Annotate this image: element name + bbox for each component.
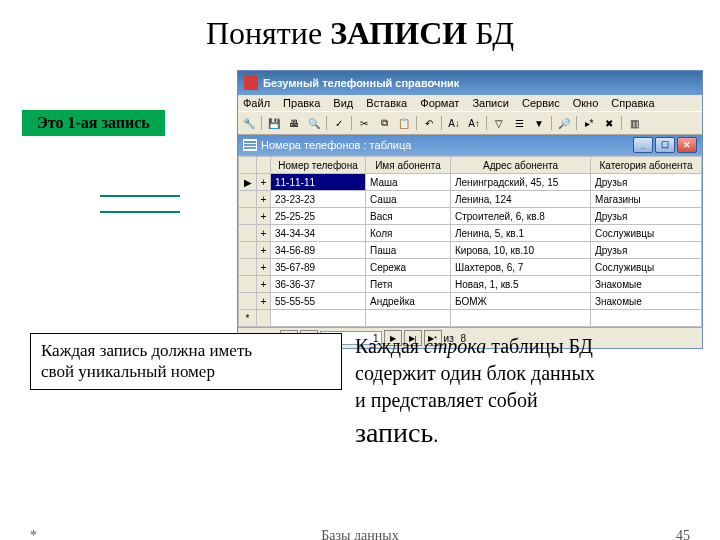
preview-icon[interactable]: 🔍 <box>305 114 323 132</box>
paste-icon[interactable]: 📋 <box>395 114 413 132</box>
close-button[interactable]: ✕ <box>677 137 697 153</box>
cell-name[interactable]: Коля <box>366 225 451 242</box>
menu-records[interactable]: Записи <box>472 97 509 109</box>
cell-address[interactable]: Строителей, 6, кв.8 <box>451 208 591 225</box>
col-category[interactable]: Категория абонента <box>591 157 702 174</box>
menu-tools[interactable]: Сервис <box>522 97 560 109</box>
expand-icon[interactable]: + <box>257 276 271 293</box>
table-row[interactable]: +34-56-89ПашаКирова, 10, кв.10Друзья <box>239 242 702 259</box>
row-marker[interactable] <box>239 242 257 259</box>
expand-icon[interactable]: + <box>257 208 271 225</box>
menu-file[interactable]: Файл <box>243 97 270 109</box>
row-marker[interactable] <box>239 259 257 276</box>
cell-category[interactable]: Друзья <box>591 242 702 259</box>
cell-address[interactable]: Кирова, 10, кв.10 <box>451 242 591 259</box>
cell-phone[interactable]: 34-34-34 <box>271 225 366 242</box>
cell-name[interactable]: Маша <box>366 174 451 191</box>
expand-icon[interactable]: + <box>257 293 271 310</box>
cell-address[interactable]: Ленина, 5, кв.1 <box>451 225 591 242</box>
first-record-label: Это 1-ая запись <box>22 110 165 136</box>
table-row[interactable]: +36-36-37ПетяНовая, 1, кв.5Знакомые <box>239 276 702 293</box>
cell-address[interactable]: Шахтеров, 6, 7 <box>451 259 591 276</box>
menu-view[interactable]: Вид <box>333 97 353 109</box>
sort-asc-icon[interactable]: A↓ <box>445 114 463 132</box>
menu-window[interactable]: Окно <box>573 97 599 109</box>
find-icon[interactable]: 🔎 <box>555 114 573 132</box>
cell-category[interactable]: Друзья <box>591 174 702 191</box>
table-row[interactable]: +23-23-23СашаЛенина, 124Магазины <box>239 191 702 208</box>
undo-icon[interactable]: ↶ <box>420 114 438 132</box>
cell-category[interactable] <box>591 310 702 327</box>
cell-name[interactable]: Саша <box>366 191 451 208</box>
cell-category[interactable]: Друзья <box>591 208 702 225</box>
cell-name[interactable]: Вася <box>366 208 451 225</box>
table-row[interactable]: +25-25-25ВасяСтроителей, 6, кв.8Друзья <box>239 208 702 225</box>
row-marker[interactable]: ▶ <box>239 174 257 191</box>
new-record-icon[interactable]: ▸* <box>580 114 598 132</box>
row-marker[interactable] <box>239 276 257 293</box>
menu-format[interactable]: Формат <box>420 97 459 109</box>
design-view-icon[interactable]: 🔧 <box>240 114 258 132</box>
cell-phone[interactable]: 55-55-55 <box>271 293 366 310</box>
expand-icon[interactable]: + <box>257 191 271 208</box>
expand-icon[interactable] <box>257 310 271 327</box>
cell-phone[interactable] <box>271 310 366 327</box>
cut-icon[interactable]: ✂ <box>355 114 373 132</box>
cell-name[interactable]: Паша <box>366 242 451 259</box>
filter-selection-icon[interactable]: ▽ <box>490 114 508 132</box>
cell-name[interactable]: Андрейка <box>366 293 451 310</box>
cell-category[interactable]: Сослуживцы <box>591 225 702 242</box>
cell-phone[interactable]: 35-67-89 <box>271 259 366 276</box>
table-row[interactable]: * <box>239 310 702 327</box>
cell-address[interactable]: БОМЖ <box>451 293 591 310</box>
spellcheck-icon[interactable]: ✓ <box>330 114 348 132</box>
row-marker[interactable] <box>239 225 257 242</box>
cell-phone[interactable]: 34-56-89 <box>271 242 366 259</box>
copy-icon[interactable]: ⧉ <box>375 114 393 132</box>
cell-address[interactable] <box>451 310 591 327</box>
row-marker[interactable] <box>239 208 257 225</box>
footer-page: 45 <box>676 528 690 540</box>
row-marker[interactable] <box>239 293 257 310</box>
cell-address[interactable]: Ленина, 124 <box>451 191 591 208</box>
expand-icon[interactable]: + <box>257 242 271 259</box>
col-address[interactable]: Адрес абонента <box>451 157 591 174</box>
table-row[interactable]: +34-34-34КоляЛенина, 5, кв.1Сослуживцы <box>239 225 702 242</box>
cell-name[interactable] <box>366 310 451 327</box>
cell-name[interactable]: Петя <box>366 276 451 293</box>
cell-category[interactable]: Знакомые <box>591 276 702 293</box>
maximize-button[interactable]: ☐ <box>655 137 675 153</box>
minimize-button[interactable]: _ <box>633 137 653 153</box>
db-window-icon[interactable]: ▥ <box>625 114 643 132</box>
expand-icon[interactable]: + <box>257 225 271 242</box>
cell-phone[interactable]: 11-11-11 <box>271 174 366 191</box>
delete-record-icon[interactable]: ✖ <box>600 114 618 132</box>
save-icon[interactable]: 💾 <box>265 114 283 132</box>
cell-name[interactable]: Сережа <box>366 259 451 276</box>
cell-address[interactable]: Новая, 1, кв.5 <box>451 276 591 293</box>
sort-desc-icon[interactable]: A↑ <box>465 114 483 132</box>
expand-icon[interactable]: + <box>257 174 271 191</box>
cell-phone[interactable]: 25-25-25 <box>271 208 366 225</box>
filter-form-icon[interactable]: ☰ <box>510 114 528 132</box>
table-row[interactable]: +35-67-89СережаШахтеров, 6, 7Сослуживцы <box>239 259 702 276</box>
table-row[interactable]: +55-55-55АндрейкаБОМЖЗнакомые <box>239 293 702 310</box>
row-marker[interactable] <box>239 191 257 208</box>
cell-category[interactable]: Знакомые <box>591 293 702 310</box>
apply-filter-icon[interactable]: ▼ <box>530 114 548 132</box>
expand-icon[interactable]: + <box>257 259 271 276</box>
col-name[interactable]: Имя абонента <box>366 157 451 174</box>
table-row[interactable]: ▶+11-11-11МашаЛенинградский, 45, 15Друзь… <box>239 174 702 191</box>
menu-insert[interactable]: Вставка <box>366 97 407 109</box>
body-text: Каждая строка таблицы БД содержит один б… <box>355 333 685 452</box>
row-marker[interactable]: * <box>239 310 257 327</box>
print-icon[interactable]: 🖶 <box>285 114 303 132</box>
cell-phone[interactable]: 36-36-37 <box>271 276 366 293</box>
cell-category[interactable]: Сослуживцы <box>591 259 702 276</box>
menu-help[interactable]: Справка <box>611 97 654 109</box>
cell-category[interactable]: Магазины <box>591 191 702 208</box>
col-phone[interactable]: Номер телефона <box>271 157 366 174</box>
cell-address[interactable]: Ленинградский, 45, 15 <box>451 174 591 191</box>
cell-phone[interactable]: 23-23-23 <box>271 191 366 208</box>
menu-edit[interactable]: Правка <box>283 97 320 109</box>
